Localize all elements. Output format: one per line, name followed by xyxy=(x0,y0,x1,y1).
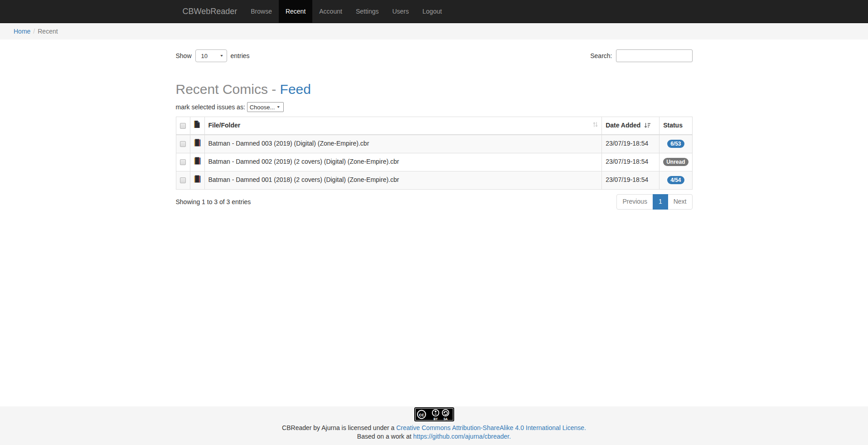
nav-item-settings[interactable]: Settings xyxy=(349,0,386,23)
entries-label: entries xyxy=(231,52,250,59)
nav-item-users[interactable]: Users xyxy=(385,0,416,23)
cc-by-sa-badge-icon[interactable]: cc BY SA xyxy=(414,407,454,421)
nav-item-recent[interactable]: Recent xyxy=(279,0,312,23)
comic-book-icon xyxy=(194,175,201,183)
svg-text:BY: BY xyxy=(433,417,438,421)
breadcrumb-separator: / xyxy=(30,28,38,35)
search-label: Search: xyxy=(590,52,612,59)
column-header-file-folder[interactable]: File/Folder xyxy=(204,117,602,135)
recent-comics-table: File/Folder Date Added xyxy=(176,117,693,190)
row-checkbox[interactable] xyxy=(180,159,186,165)
comic-book-icon xyxy=(194,139,201,147)
breadcrumb-current: Recent xyxy=(38,28,58,35)
select-all-header xyxy=(176,117,190,135)
license-line: CBReader by Ajurna is licensed under a C… xyxy=(0,424,868,431)
table-header-row: File/Folder Date Added xyxy=(176,117,692,135)
status-badge: 6/53 xyxy=(667,140,684,148)
comic-book-icon xyxy=(194,157,201,165)
mark-selected-label: mark selected issues as: xyxy=(176,103,245,111)
nav-item-logout[interactable]: Logout xyxy=(416,0,449,23)
table-row: Batman - Damned 001 (2018) (2 covers) (D… xyxy=(176,171,692,189)
svg-text:SA: SA xyxy=(443,417,447,421)
row-checkbox[interactable] xyxy=(180,177,186,183)
file-name[interactable]: Batman - Damned 002 (2019) (2 covers) (D… xyxy=(204,153,602,171)
main-content: Show 10 ▼ entries Search: Recent Comics … xyxy=(169,49,699,210)
nav-item-account[interactable]: Account xyxy=(312,0,349,23)
mark-selected-select[interactable]: Choose... xyxy=(247,102,284,112)
table-row: Batman - Damned 003 (2019) (Digital) (Zo… xyxy=(176,135,692,153)
page-size-select[interactable]: 10 xyxy=(195,49,227,62)
pagination-page-1[interactable]: 1 xyxy=(653,194,668,210)
select-all-checkbox[interactable] xyxy=(180,123,186,129)
source-line: Based on a work at https://github.com/aj… xyxy=(0,433,868,440)
search-input[interactable] xyxy=(616,49,693,62)
file-name[interactable]: Batman - Damned 001 (2018) (2 covers) (D… xyxy=(204,171,602,189)
page-title: Recent Comics - Feed xyxy=(176,82,693,97)
show-label: Show xyxy=(176,52,192,59)
svg-text:cc: cc xyxy=(419,412,424,417)
row-checkbox[interactable] xyxy=(180,141,186,147)
date-added: 23/07/19-18:54 xyxy=(602,171,659,189)
table-row: Batman - Damned 002 (2019) (2 covers) (D… xyxy=(176,153,692,171)
feed-link[interactable]: Feed xyxy=(280,82,311,97)
breadcrumb: Home/Recent xyxy=(0,23,868,39)
github-repo-link[interactable]: https://github.com/ajurna/cbreader. xyxy=(413,433,511,440)
site-footer: cc BY SA CBReader by Ajurna is licensed … xyxy=(0,406,868,445)
date-added: 23/07/19-18:54 xyxy=(602,153,659,171)
pagination: Previous 1 Next xyxy=(616,194,692,210)
nav-item-browse[interactable]: Browse xyxy=(244,0,279,23)
showing-entries-info: Showing 1 to 3 of 3 entries xyxy=(176,198,251,205)
top-navbar: CBWebReader Browse Recent Account Settin… xyxy=(0,0,868,23)
sort-descending-icon xyxy=(644,122,650,128)
column-header-status[interactable]: Status xyxy=(659,117,692,135)
date-added: 23/07/19-18:54 xyxy=(602,135,659,153)
brand-logo[interactable]: CBWebReader xyxy=(176,0,244,23)
pagination-previous[interactable]: Previous xyxy=(616,194,653,210)
breadcrumb-home-link[interactable]: Home xyxy=(14,28,30,35)
column-header-date-added[interactable]: Date Added xyxy=(602,117,659,135)
document-icon xyxy=(194,121,200,128)
page-length-control: Show 10 ▼ entries xyxy=(176,49,250,62)
mark-selected-control: mark selected issues as: Choose... ▼ xyxy=(176,102,693,112)
file-name[interactable]: Batman - Damned 003 (2019) (Digital) (Zo… xyxy=(204,135,602,153)
search-control: Search: xyxy=(590,49,692,62)
cc-license-link[interactable]: Creative Commons Attribution-ShareAlike … xyxy=(396,424,586,431)
status-badge: 4/54 xyxy=(667,176,684,184)
pagination-next[interactable]: Next xyxy=(668,194,693,210)
main-nav: Browse Recent Account Settings Users Log… xyxy=(244,0,449,23)
status-badge: Unread xyxy=(663,158,688,166)
sort-both-icon xyxy=(593,121,598,130)
file-type-header xyxy=(190,117,204,135)
